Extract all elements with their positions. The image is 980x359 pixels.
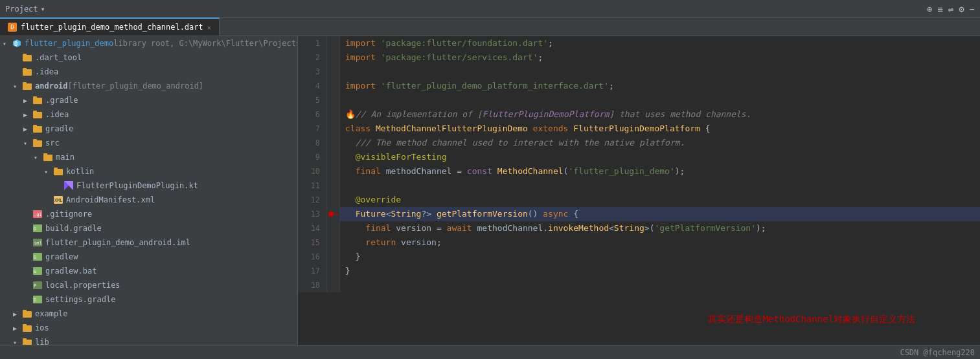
sidebar-item[interactable]: Gsettings.gradle: [0, 292, 297, 307]
sidebar-item[interactable]: Plocal.properties: [0, 278, 297, 292]
code-token: 'flutter_plugin_demo': [568, 166, 674, 176]
svg-text:G: G: [34, 226, 36, 232]
code-token: 'flutter_plugin_demo_platform_interface.…: [381, 81, 609, 91]
svg-rect-16: [43, 155, 52, 161]
svg-rect-15: [33, 139, 37, 141]
sidebar-item[interactable]: imlflutter_plugin_demo_android.iml: [0, 235, 297, 250]
line-gutter: [327, 278, 340, 292]
expand-icon[interactable]: ⇌: [948, 4, 953, 14]
sidebar-item[interactable]: ▶example: [0, 307, 297, 321]
tree-arrow: ▾: [23, 140, 32, 147]
gradle-icon: G: [32, 252, 43, 261]
code-token: methodChannel =: [386, 166, 467, 176]
svg-rect-12: [33, 126, 42, 133]
sidebar-item[interactable]: ▾kotlin: [0, 164, 297, 179]
minimize-icon[interactable]: −: [970, 4, 975, 14]
tab-method-channel[interactable]: D flutter_plugin_demo_method_channel.dar…: [0, 17, 220, 36]
item-label: AndroidManifest.xml: [66, 195, 155, 204]
code-line: 8 /// The method channel used to interac…: [298, 136, 980, 150]
line-gutter: [327, 193, 340, 207]
tab-bar: D flutter_plugin_demo_method_channel.dar…: [0, 18, 980, 36]
sidebar-item[interactable]: ▾lib: [0, 335, 297, 345]
code-token: FlutterPluginDemoPlatform: [573, 124, 700, 133]
code-line: 17}: [298, 264, 980, 278]
code-token: MethodChannelFlutterPluginDemo: [376, 124, 533, 133]
code-editor[interactable]: 1import 'package:flutter/foundation.dart…: [298, 36, 980, 345]
item-label: example: [35, 309, 68, 318]
sidebar-item[interactable]: ▶.gradle: [0, 93, 297, 107]
line-number: 4: [298, 79, 327, 93]
project-menu[interactable]: Project ▾: [5, 5, 45, 14]
code-token: }: [345, 266, 350, 276]
folder-icon: [22, 309, 32, 318]
code-token: {: [568, 209, 578, 219]
svg-text:P: P: [34, 283, 36, 288]
line-number: 8: [298, 136, 327, 150]
sidebar[interactable]: ▾Dflutter_plugin_demo library root, G:\M…: [0, 36, 298, 345]
code-token: ?>: [421, 209, 436, 219]
xml-icon: XML: [53, 195, 63, 204]
sidebar-item[interactable]: ▶.idea: [0, 107, 297, 122]
svg-rect-42: [23, 340, 32, 345]
sidebar-item[interactable]: ▾src: [0, 136, 297, 150]
item-label: .gradle: [45, 96, 78, 105]
add-icon[interactable]: ⊕: [927, 4, 932, 14]
gradle-icon: G: [32, 224, 43, 233]
line-gutter: [327, 107, 340, 122]
line-content: 🔥// An implementation of [FlutterPluginD…: [340, 107, 751, 122]
code-token: final: [365, 223, 396, 233]
sidebar-item[interactable]: Gbuild.gradle: [0, 221, 297, 235]
line-gutter: [327, 93, 340, 107]
code-token: FlutterPluginDemoPlatform: [483, 109, 610, 119]
code-token: MethodChannel: [497, 166, 564, 176]
sidebar-item[interactable]: ▶ios: [0, 321, 297, 335]
sidebar-item[interactable]: .dart_tool: [0, 50, 297, 65]
code-line: 11: [298, 179, 980, 193]
sidebar-item[interactable]: .idea: [0, 65, 297, 79]
tab-close-button[interactable]: ✕: [207, 24, 211, 31]
settings-icon[interactable]: ⚙: [959, 4, 964, 14]
sidebar-item[interactable]: ▾android [flutter_plugin_demo_android]: [0, 79, 297, 93]
line-content: [340, 179, 350, 193]
line-content: }: [340, 250, 360, 264]
item-label: .gitignore: [45, 210, 92, 219]
code-token: const: [467, 166, 497, 176]
gradle-icon: G: [32, 267, 43, 276]
sidebar-item[interactable]: ▾Dflutter_plugin_demo library root, G:\M…: [0, 36, 297, 50]
code-line: 7class MethodChannelFlutterPluginDemo ex…: [298, 122, 980, 136]
svg-rect-41: [23, 324, 27, 326]
code-token: [345, 237, 365, 247]
sidebar-item[interactable]: FlutterPluginDemoPlugin.kt: [0, 179, 297, 193]
tree-arrow: ▶: [13, 310, 22, 318]
sidebar-item[interactable]: Ggradlew.bat: [0, 264, 297, 278]
line-number: 6: [298, 107, 327, 122]
svg-rect-14: [33, 140, 42, 147]
item-label: ios: [35, 323, 49, 332]
folder-icon: [32, 96, 43, 105]
line-number: 14: [298, 221, 327, 235]
dart-icon: D: [12, 39, 22, 48]
item-label: src: [45, 138, 60, 147]
sidebar-item[interactable]: ▾main: [0, 150, 297, 164]
git-icon: .git: [32, 210, 43, 219]
sidebar-item[interactable]: .git.gitignore: [0, 207, 297, 221]
item-label: FlutterPluginDemoPlugin.kt: [76, 181, 198, 190]
code-line: 16 }: [298, 250, 980, 264]
sidebar-item[interactable]: ▶gradle: [0, 122, 297, 136]
line-gutter: [327, 50, 340, 65]
item-label: .idea: [45, 110, 69, 119]
line-number: 16: [298, 250, 327, 264]
sidebar-item[interactable]: XMLAndroidManifest.xml: [0, 193, 297, 207]
tree-arrow: ▾: [44, 168, 53, 175]
code-line: 14 final version = await methodChannel.i…: [298, 221, 980, 235]
tree-arrow: ▾: [34, 154, 43, 161]
svg-rect-3: [23, 54, 27, 56]
code-token: final: [356, 166, 386, 176]
svg-rect-13: [33, 125, 37, 127]
code-line: 3: [298, 65, 980, 79]
line-number: 5: [298, 93, 327, 107]
list-icon[interactable]: ≡: [937, 4, 942, 14]
sidebar-item[interactable]: Ggradlew: [0, 250, 297, 264]
line-gutter: [327, 264, 340, 278]
toolbar-icons: ⊕ ≡ ⇌ ⚙ −: [927, 4, 975, 14]
